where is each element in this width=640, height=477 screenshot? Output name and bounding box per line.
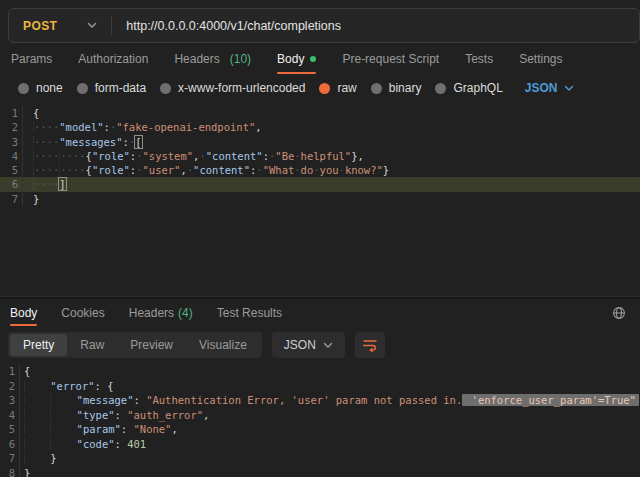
token: "code" [77,438,115,450]
code-text: "param": "None", [20,422,178,437]
token: } [50,452,56,464]
request-tabs: ParamsAuthorizationHeaders(10)BodyPre-re… [0,43,640,75]
mode-none[interactable]: none [18,81,63,95]
token: : [134,394,147,406]
response-tab-test-results[interactable]: Test Results [217,299,282,327]
token: [ [135,136,141,148]
tab-settings[interactable]: Settings [519,43,562,75]
radio-icon [435,83,446,94]
code-text: } [23,192,39,206]
mode-raw[interactable]: raw [319,81,356,95]
url-input[interactable]: http://0.0.0.0:4000/v1/chat/completions [112,19,341,33]
wrap-text-button[interactable] [355,332,385,358]
token: ,· [193,150,206,162]
body-mode-row: noneform-datax-www-form-urlencodedrawbin… [0,75,640,101]
tab-label: Body [277,52,304,66]
token: } [24,467,30,477]
token: "fake-openai-endpoint" [116,121,255,133]
line-number: 5 [0,422,20,437]
indent-space [50,394,76,406]
tab-body[interactable]: Body [277,43,316,75]
request-body-editor[interactable]: 1{2····"model":·"fake-openai-endpoint",3… [0,106,640,296]
code-line: 4········{"role":·"system",·"content":·"… [0,149,640,163]
token: "system" [143,150,194,162]
raw-type-dropdown[interactable]: JSON [525,81,574,95]
view-visualize[interactable]: Visualize [186,334,260,356]
code-line: 4 "type": "auth_error", [0,408,640,423]
tab-label: Authorization [78,52,148,66]
mode-x-www-form-urlencoded[interactable]: x-www-form-urlencoded [160,81,305,95]
token: :· [250,164,263,176]
indent-space [24,394,50,406]
response-body-viewer[interactable]: 1{2 "error": {3 "message": "Authenticati… [0,364,640,477]
mode-label: GraphQL [453,81,502,95]
token: ,· [180,164,193,176]
token: }, [351,150,364,162]
indent-space: ···· [59,150,85,162]
line-number: 5 [0,163,23,177]
tab-tests[interactable]: Tests [465,43,493,75]
token: :· [123,136,136,148]
view-raw[interactable]: Raw [67,334,117,356]
raw-type-label: JSON [525,81,558,95]
tab-authorization[interactable]: Authorization [78,43,148,75]
tab-pre-request-script[interactable]: Pre-request Script [342,43,439,75]
line-number: 2 [0,379,20,394]
token: "auth_error" [127,409,203,421]
tab-label: Tests [465,52,493,66]
indent-space: ···· [33,178,59,190]
token: "model" [59,121,103,133]
token: "None" [134,423,172,435]
unsaved-dot-icon [310,56,316,62]
token: :· [130,150,143,162]
code-line: 7} [0,192,640,206]
code-line: 8} [0,466,640,477]
space-dot: · [313,164,319,176]
token: , [171,423,177,435]
code-text: } [20,451,57,466]
indent-space [50,423,76,435]
token: :· [130,164,143,176]
line-number: 4 [0,149,23,163]
response-tab-cookies[interactable]: Cookies [61,299,104,327]
response-format-dropdown[interactable]: JSON [272,332,345,358]
line-number: 3 [0,393,20,408]
tab-headers[interactable]: Headers(10) [174,43,251,75]
indent-space [24,423,50,435]
code-text: ········{"role":·"user",·"content":·"Wha… [23,163,389,177]
token: :· [104,121,117,133]
chevron-down-icon [564,85,574,92]
code-text: } [20,466,30,477]
indent-space [50,409,76,421]
token: "Authentication Error, 'user' param not … [146,394,462,406]
view-preview[interactable]: Preview [117,334,186,356]
tab-label: Test Results [217,306,282,320]
method-dropdown[interactable]: POST [9,19,111,33]
token: "error" [50,380,94,392]
mode-label: none [36,81,63,95]
globe-icon[interactable] [612,299,626,327]
code-line: 7 } [0,451,640,466]
mode-label: raw [337,81,356,95]
chevron-down-icon [323,342,333,349]
indent-space: ···· [33,150,59,162]
code-line: 2 "error": { [0,379,640,394]
mode-form-data[interactable]: form-data [77,81,146,95]
code-line: 2····"model":·"fake-openai-endpoint", [0,120,640,134]
response-tab-body[interactable]: Body [10,299,37,327]
active-tab-underline [277,72,316,74]
response-tab-headers[interactable]: Headers(4) [129,299,193,327]
line-number: 1 [0,364,20,379]
code-text: ····] [23,177,66,191]
radio-icon [160,83,171,94]
request-bar: POST http://0.0.0.0:4000/v1/chat/complet… [8,8,640,43]
tab-count-badge: (10) [230,52,251,66]
line-number: 8 [0,466,20,477]
code-line: 6····] [0,177,640,191]
view-pretty[interactable]: Pretty [10,334,67,356]
tab-label: Body [10,306,37,320]
mode-graphql[interactable]: GraphQL [435,81,502,95]
space-dot: · [294,150,300,162]
tab-params[interactable]: Params [11,43,52,75]
mode-binary[interactable]: binary [371,81,422,95]
